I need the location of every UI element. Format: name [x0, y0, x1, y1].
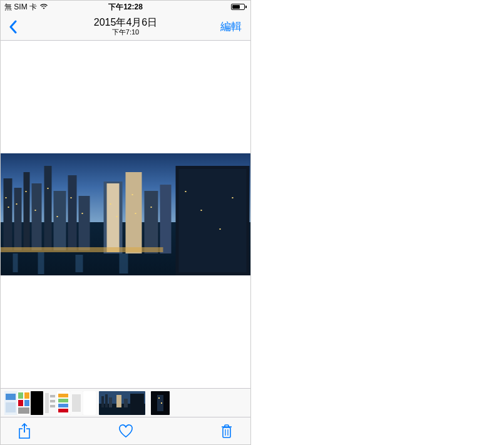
photo-time: 下午7:10 [94, 28, 157, 36]
nav-bar: 2015年4月6日 下午7:10 編輯 [1, 13, 250, 41]
svg-rect-42 [6, 402, 16, 412]
thumbnail[interactable] [151, 391, 170, 415]
svg-rect-2 [4, 178, 13, 250]
back-chevron-icon [9, 20, 17, 34]
svg-rect-28 [132, 194, 133, 195]
svg-rect-59 [58, 409, 68, 412]
svg-rect-25 [82, 213, 83, 214]
thumbnail-strip[interactable] [1, 388, 250, 417]
svg-rect-73 [158, 397, 160, 399]
svg-rect-12 [126, 172, 142, 253]
svg-rect-14 [160, 185, 172, 253]
svg-rect-72 [157, 395, 163, 411]
photo-date: 2015年4月6日 [94, 17, 157, 28]
svg-rect-70 [130, 394, 144, 415]
thumbnail[interactable] [83, 391, 96, 415]
svg-rect-37 [38, 252, 44, 274]
svg-rect-47 [24, 400, 29, 406]
svg-rect-33 [220, 228, 221, 230]
svg-rect-61 [72, 394, 81, 412]
status-bar: 無 SIM 卡 下午12:28 [1, 1, 250, 13]
svg-rect-16 [179, 169, 247, 272]
wifi-icon [39, 3, 48, 11]
svg-rect-32 [201, 210, 202, 211]
svg-rect-39 [120, 253, 128, 274]
svg-rect-36 [13, 253, 18, 272]
svg-rect-30 [151, 207, 152, 208]
svg-rect-45 [24, 392, 29, 399]
edit-button[interactable]: 編輯 [217, 19, 245, 34]
svg-rect-29 [135, 213, 136, 214]
svg-rect-4 [24, 172, 30, 250]
svg-rect-67 [109, 397, 112, 407]
svg-rect-9 [79, 196, 90, 250]
svg-rect-79 [223, 427, 230, 437]
share-button[interactable] [12, 419, 37, 444]
svg-rect-35 [1, 247, 163, 252]
svg-rect-41 [6, 394, 16, 400]
svg-rect-56 [58, 394, 68, 397]
svg-rect-5 [32, 183, 42, 250]
svg-rect-7 [54, 191, 66, 250]
svg-rect-31 [185, 191, 187, 192]
svg-rect-20 [26, 191, 27, 192]
delete-button[interactable] [214, 419, 239, 444]
svg-rect-57 [58, 399, 68, 402]
thumbnail[interactable] [57, 391, 69, 415]
svg-rect-18 [8, 207, 9, 208]
svg-rect-34 [232, 197, 234, 198]
status-time: 下午12:28 [108, 2, 143, 13]
svg-rect-54 [50, 405, 55, 407]
battery-icon [231, 4, 247, 10]
svg-rect-27 [116, 216, 118, 217]
back-button[interactable] [6, 16, 19, 38]
thumbnail[interactable] [44, 391, 56, 415]
device-frame: 無 SIM 卡 下午12:28 2015年4月6日 [0, 0, 251, 445]
thumbnail[interactable] [18, 391, 30, 415]
thumbnail[interactable] [4, 391, 17, 415]
svg-rect-3 [14, 188, 22, 250]
carrier-text: 無 SIM 卡 [4, 2, 37, 13]
bottom-toolbar [1, 417, 250, 444]
svg-rect-62 [83, 391, 96, 415]
svg-rect-13 [145, 191, 158, 253]
svg-rect-23 [57, 216, 58, 217]
svg-rect-19 [16, 203, 18, 205]
svg-rect-51 [45, 393, 49, 413]
svg-rect-48 [18, 407, 29, 414]
thumbnail[interactable] [70, 391, 83, 415]
trash-icon [220, 424, 233, 439]
nav-title: 2015年4月6日 下午7:10 [94, 17, 157, 36]
status-right [231, 4, 247, 10]
svg-rect-38 [76, 255, 83, 272]
svg-rect-11 [107, 183, 120, 252]
svg-rect-8 [68, 175, 77, 250]
svg-rect-44 [18, 392, 23, 399]
svg-rect-49 [31, 391, 43, 415]
svg-rect-24 [71, 197, 72, 198]
svg-rect-6 [44, 166, 52, 250]
svg-rect-74 [161, 402, 162, 404]
svg-rect-53 [50, 400, 55, 402]
heart-icon [118, 424, 134, 439]
photo-viewer[interactable] [1, 41, 250, 388]
svg-rect-66 [105, 394, 108, 407]
thumbnail[interactable] [31, 391, 43, 415]
svg-rect-26 [110, 203, 111, 205]
favorite-button[interactable] [113, 419, 138, 444]
status-left: 無 SIM 卡 [4, 2, 48, 13]
svg-rect-69 [124, 399, 128, 407]
svg-rect-46 [18, 400, 23, 406]
svg-rect-17 [6, 197, 7, 198]
svg-rect-58 [58, 404, 68, 407]
share-icon [18, 423, 31, 439]
svg-rect-21 [35, 210, 36, 211]
svg-rect-68 [116, 395, 121, 407]
svg-rect-52 [50, 395, 55, 397]
svg-rect-22 [48, 188, 49, 189]
svg-rect-65 [101, 396, 104, 407]
thumbnail-selected[interactable] [99, 391, 145, 415]
photo-main [1, 153, 250, 275]
